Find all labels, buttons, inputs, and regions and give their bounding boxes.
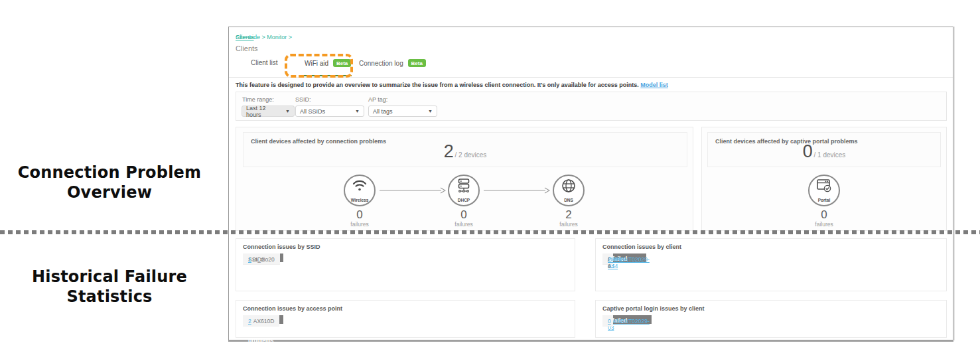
arrow-right-icon [484,187,550,194]
portal-failure-count: 0 [808,208,840,222]
annotation-historical-failure-statistics: Historical Failure Statistics [0,267,219,307]
app-window: Site-wide > Monitor > Clients Clients Cl… [228,27,953,340]
tab-connection-log-label: Connection log [359,60,403,67]
model-list-link[interactable]: Model list [640,82,668,88]
failed-authentication-link[interactable]: 0 [608,318,611,325]
connection-issues-by-ssid-card: Connection issues by SSID SSID # clients… [236,238,575,291]
screenshot-canvas: Connection Problem Overview Historical F… [0,0,980,361]
annotation-connection-problem-overview: Connection Problem Overview [0,163,219,202]
tab-wifi-aid-label: WiFi aid [305,60,328,67]
ssid-select[interactable]: All SSIDs ▼ [295,106,364,117]
breadcrumb: Site-wide > Monitor > Clients [236,34,254,40]
chevron-down-icon: ▼ [285,109,290,113]
connection-issues-by-ap-card: Connection issues by access point Access… [236,300,575,338]
wireless-stage-circle: Wireless [344,175,376,206]
arrow-right-icon [380,187,446,194]
breadcrumb-trail: Site-wide > Monitor > [236,34,292,40]
time-range-select[interactable]: Last 12 hours ▼ [242,106,295,117]
dhcp-failure-count: 0 [448,208,480,222]
globe-icon [561,179,576,193]
wifi-aid-beta-badge: Beta [333,59,351,67]
affected-clients-link[interactable]: 1 [248,256,251,263]
dns-stage-circle: DNS [553,175,585,206]
dhcp-stage-circle: DHCP [448,175,480,206]
dhcp-failure-unit: failures [448,221,480,228]
wireless-failure-unit: failures [344,221,376,228]
connection-issues-by-client-card: Connection issues by client Client devic… [595,238,947,291]
server-icon [456,179,471,193]
wireless-failure-count: 0 [344,208,376,222]
tab-connection-log[interactable]: Connection log Beta [359,59,426,67]
connection-count-box: Client devices affected by connection pr… [243,132,687,167]
dns-failure-count: 2 [553,208,585,222]
dns-failure-unit: failures [553,221,585,228]
page-title: Clients [236,44,258,52]
tab-client-list[interactable]: Client list [251,59,278,66]
wifi-icon [352,179,368,192]
active-tab-underline [300,75,352,76]
portal-check-icon [816,179,832,193]
captive-portal-overview-panel: Client devices affected by captive porta… [701,127,947,231]
portal-stage-circle: Portal [808,175,840,206]
tabs-divider [229,77,953,78]
connection-overview-panel: Client devices affected by connection pr… [236,127,693,231]
captive-count-box: Client devices affected by captive porta… [707,132,941,167]
chevron-down-icon: ▼ [428,109,433,113]
table-title: Connection issues by access point [243,305,342,312]
captive-portal-issues-by-client-card: Captive portal login issues by client Cl… [595,300,947,338]
tab-wifi-aid[interactable]: WiFi aid Beta [305,59,351,67]
failed-connections-total: / 6 [608,256,613,269]
ap-tag-select[interactable]: All tags ▼ [368,106,437,117]
time-range-label: Time range: [242,96,274,103]
captive-affected-count: 0 / 1 devices [708,141,940,162]
client-device-link[interactable]: TWNBNT02029-03 [608,318,650,331]
table-title: Captive portal login issues by client [602,305,705,312]
connection-log-beta-badge: Beta [408,59,426,67]
ssid-label: SSID: [295,96,311,103]
table-title: Connection issues by client [602,244,681,250]
filter-bar: Time range: SSID: AP tag: Last 12 hours … [236,92,947,121]
ap-tag-label: AP tag: [368,96,387,103]
portal-failure-unit: failures [808,221,840,228]
table-title: Connection issues by SSID [243,244,320,250]
section-divider-dotted-line [0,230,980,234]
affected-clients-link[interactable]: 2 [248,318,251,325]
feature-description: This feature is designed to provide an o… [236,82,668,88]
chevron-down-icon: ▼ [355,109,360,113]
connection-affected-count: 2 / 2 devices [244,141,687,162]
